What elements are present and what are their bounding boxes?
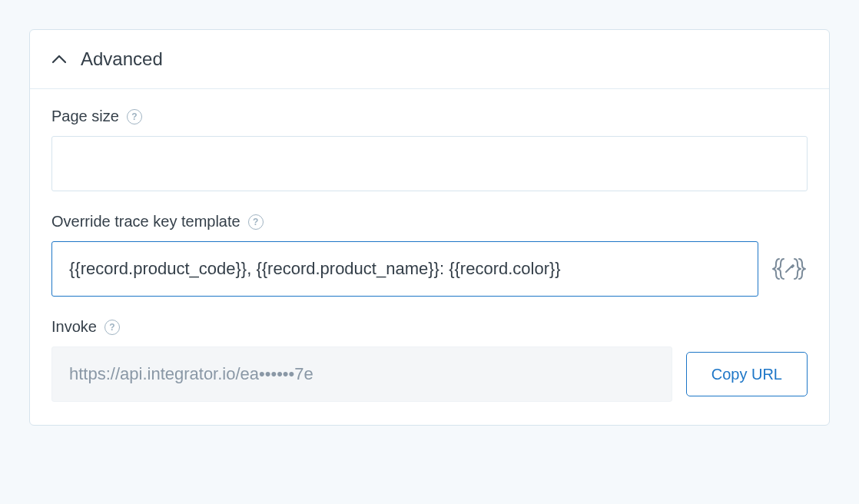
panel-body: Page size ? Override trace key template … xyxy=(30,89,829,425)
trace-key-input[interactable] xyxy=(51,241,758,297)
page-size-field: Page size ? xyxy=(51,108,808,191)
trace-key-field: Override trace key template ? xyxy=(51,213,808,297)
handlebars-editor-icon[interactable] xyxy=(771,250,808,287)
help-icon[interactable]: ? xyxy=(104,320,120,335)
help-icon[interactable]: ? xyxy=(248,214,264,230)
page-size-input[interactable] xyxy=(51,136,808,191)
invoke-row: https://api.integrator.io/ea••••••7e Cop… xyxy=(51,346,808,402)
page-size-label: Page size xyxy=(51,108,119,125)
trace-key-label-row: Override trace key template ? xyxy=(51,213,808,230)
trace-key-input-row xyxy=(51,241,808,297)
page-size-label-row: Page size ? xyxy=(51,108,808,125)
invoke-label-row: Invoke ? xyxy=(51,318,808,336)
invoke-url-readonly: https://api.integrator.io/ea••••••7e xyxy=(51,346,672,402)
advanced-panel: Advanced Page size ? Override trace key … xyxy=(29,29,830,426)
invoke-field: Invoke ? https://api.integrator.io/ea•••… xyxy=(51,318,808,402)
help-icon[interactable]: ? xyxy=(127,109,142,124)
chevron-up-icon xyxy=(51,51,67,67)
advanced-panel-header[interactable]: Advanced xyxy=(30,30,829,89)
panel-title: Advanced xyxy=(81,48,163,70)
invoke-label: Invoke xyxy=(51,318,97,336)
copy-url-button[interactable]: Copy URL xyxy=(686,352,808,396)
trace-key-label: Override trace key template xyxy=(51,213,240,230)
